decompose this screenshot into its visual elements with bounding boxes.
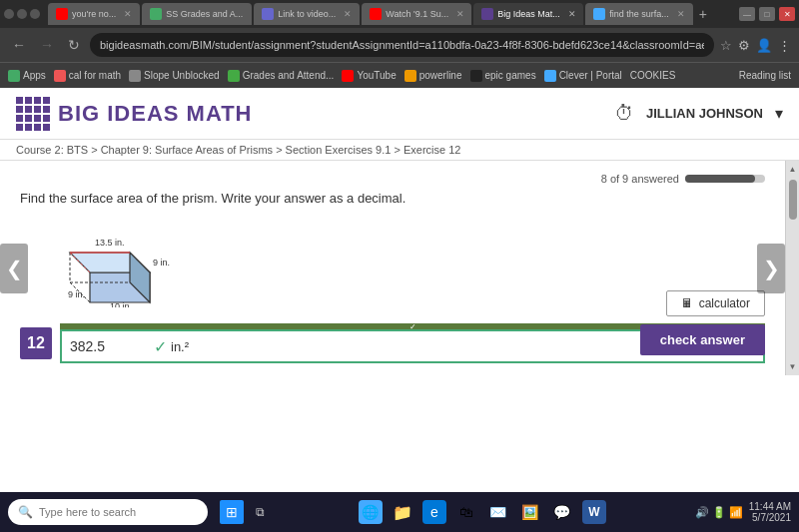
calculator-button[interactable]: 🖩 calculator bbox=[666, 290, 765, 316]
check-answer-button[interactable]: check answer bbox=[640, 324, 765, 355]
tab-label: Big Ideas Mat... bbox=[497, 9, 560, 19]
taskbar-apps: 🌐 📁 e 🛍 ✉️ 🖼️ 💬 W bbox=[278, 500, 687, 524]
tab-favicon bbox=[262, 8, 274, 20]
question-text: Find the surface area of the prism. Writ… bbox=[20, 191, 765, 206]
address-bar-row: ← → ↻ ☆ ⚙ 👤 ⋮ bbox=[0, 28, 799, 62]
breadcrumb-text: Course 2: BTS > Chapter 9: Surface Areas… bbox=[16, 144, 460, 156]
tab-grades[interactable]: SS Grades and A... ✕ bbox=[142, 3, 252, 25]
tab-close[interactable]: ✕ bbox=[344, 9, 352, 19]
tab-watch[interactable]: Watch '9.1 Su... ✕ bbox=[362, 3, 471, 25]
progress-label: 8 of 9 answered bbox=[601, 173, 679, 185]
bookmark-label: Apps bbox=[23, 70, 46, 81]
tab-favicon bbox=[56, 8, 68, 20]
taskbar-photos[interactable]: 🖼️ bbox=[518, 500, 542, 524]
taskbar-search-box: 🔍 bbox=[8, 499, 208, 525]
taskbar-clock: 11:44 AM 5/7/2021 bbox=[749, 501, 791, 523]
taskbar-word[interactable]: W bbox=[582, 500, 606, 524]
breadcrumb: Course 2: BTS > Chapter 9: Surface Areas… bbox=[0, 140, 799, 161]
header-right: ⏱ JILLIAN JOHNSON ▾ bbox=[614, 102, 783, 125]
taskbar-store[interactable]: 🛍 bbox=[454, 500, 478, 524]
taskbar: 🔍 ⊞ ⧉ 🌐 📁 e 🛍 ✉️ 🖼️ 💬 bbox=[0, 492, 799, 532]
tab-favicon bbox=[370, 8, 382, 20]
taskbar-chrome[interactable]: 🌐 bbox=[359, 500, 383, 524]
unit-label: in.² bbox=[171, 339, 189, 354]
scrollbar[interactable]: ▲ ▼ bbox=[785, 161, 799, 375]
tab-label: SS Grades and A... bbox=[166, 9, 243, 19]
grades-icon bbox=[228, 70, 240, 82]
maximize-btn[interactable]: □ bbox=[759, 7, 775, 21]
answer-check-icon: ✓ bbox=[154, 337, 167, 356]
new-tab-button[interactable]: + bbox=[699, 6, 707, 22]
bookmark-label: Clever | Portal bbox=[559, 70, 622, 81]
bookmark-slope[interactable]: Slope Unblocked bbox=[129, 70, 220, 82]
tab-youtube[interactable]: you're no... ✕ bbox=[48, 3, 140, 25]
prism-figure: 13.5 in. 9 in. 9 in. 10 in. bbox=[60, 218, 190, 307]
menu-icon[interactable]: ⋮ bbox=[778, 38, 791, 53]
tab-close[interactable]: ✕ bbox=[677, 9, 685, 19]
bookmark-clever[interactable]: Clever | Portal bbox=[544, 70, 622, 82]
forward-button[interactable]: → bbox=[36, 35, 58, 55]
exercise-number: 12 bbox=[20, 327, 52, 359]
tab-favicon bbox=[593, 8, 605, 20]
extensions-icon[interactable]: ⚙ bbox=[738, 38, 750, 53]
user-chevron[interactable]: ▾ bbox=[775, 104, 783, 123]
user-name: JILLIAN JOHNSON bbox=[646, 106, 763, 121]
calc-icon: 🖩 bbox=[681, 296, 693, 310]
win-btn-1[interactable] bbox=[4, 9, 14, 19]
bookmark-star[interactable]: ☆ bbox=[720, 38, 732, 53]
tab-close[interactable]: ✕ bbox=[124, 9, 132, 19]
powerline-icon bbox=[404, 70, 416, 82]
scroll-thumb[interactable] bbox=[789, 180, 797, 220]
tab-link[interactable]: Link to video... ✕ bbox=[254, 3, 360, 25]
close-btn[interactable]: ✕ bbox=[779, 7, 795, 21]
tab-bigideas[interactable]: Big Ideas Mat... ✕ bbox=[473, 3, 583, 25]
bookmark-youtube[interactable]: YouTube bbox=[342, 70, 396, 82]
minimize-btn[interactable]: — bbox=[739, 7, 755, 21]
bookmark-calmath[interactable]: cal for math bbox=[54, 70, 121, 82]
apps-icon bbox=[8, 70, 20, 82]
tab-find[interactable]: find the surfa... ✕ bbox=[585, 3, 693, 25]
tab-close[interactable]: ✕ bbox=[568, 9, 576, 19]
taskbar-search-input[interactable] bbox=[39, 506, 189, 518]
scroll-down-arrow[interactable]: ▼ bbox=[787, 360, 799, 373]
task-view-button[interactable]: ⧉ bbox=[250, 502, 270, 522]
progress-bar bbox=[685, 175, 765, 183]
bookmark-label: powerline bbox=[419, 70, 462, 81]
bookmark-reading[interactable]: Reading list bbox=[739, 70, 791, 81]
tab-label: Watch '9.1 Su... bbox=[386, 9, 448, 19]
bookmark-label: epic games bbox=[485, 70, 536, 81]
bookmark-cookies[interactable]: COOKIES bbox=[630, 70, 676, 81]
tab-favicon bbox=[150, 8, 162, 20]
bookmark-label: cal for math bbox=[69, 70, 121, 81]
answer-input[interactable] bbox=[70, 338, 150, 354]
taskbar-files[interactable]: 📁 bbox=[391, 500, 414, 524]
tab-close[interactable]: ✕ bbox=[456, 9, 464, 19]
tab-favicon bbox=[481, 8, 493, 20]
bim-header: BIG IDEAS MATH ⏱ JILLIAN JOHNSON ▾ bbox=[0, 88, 799, 140]
bookmarks-bar: Apps cal for math Slope Unblocked Grades… bbox=[0, 62, 799, 88]
bookmark-apps[interactable]: Apps bbox=[8, 70, 46, 82]
next-question-button[interactable]: ❯ bbox=[757, 244, 785, 293]
clever-icon bbox=[544, 70, 556, 82]
taskbar-mail[interactable]: ✉️ bbox=[486, 500, 510, 524]
profile-icon[interactable]: 👤 bbox=[756, 38, 772, 53]
bookmark-epic[interactable]: epic games bbox=[470, 70, 536, 82]
bookmark-label: Grades and Attend... bbox=[243, 70, 335, 81]
taskbar-edge[interactable]: e bbox=[422, 500, 446, 524]
tab-label: you're no... bbox=[72, 9, 116, 19]
bookmark-powerline[interactable]: powerline bbox=[404, 70, 462, 82]
content-panel: 8 of 9 answered Find the surface area of… bbox=[0, 161, 785, 375]
win-btn-3[interactable] bbox=[30, 9, 40, 19]
refresh-button[interactable]: ↻ bbox=[64, 35, 84, 55]
tab-close[interactable]: ✕ bbox=[251, 9, 252, 19]
bookmark-grades[interactable]: Grades and Attend... bbox=[228, 70, 335, 82]
windows-start-button[interactable]: ⊞ bbox=[220, 500, 244, 524]
bottom-buttons: 🖩 calculator check answer bbox=[640, 290, 765, 355]
scroll-up-arrow[interactable]: ▲ bbox=[787, 163, 799, 176]
win-btn-2[interactable] bbox=[17, 9, 27, 19]
back-button[interactable]: ← bbox=[8, 35, 30, 55]
progress-bar-fill bbox=[685, 175, 755, 183]
address-input[interactable] bbox=[90, 33, 714, 57]
taskbar-teams[interactable]: 💬 bbox=[550, 500, 574, 524]
epic-icon bbox=[470, 70, 482, 82]
